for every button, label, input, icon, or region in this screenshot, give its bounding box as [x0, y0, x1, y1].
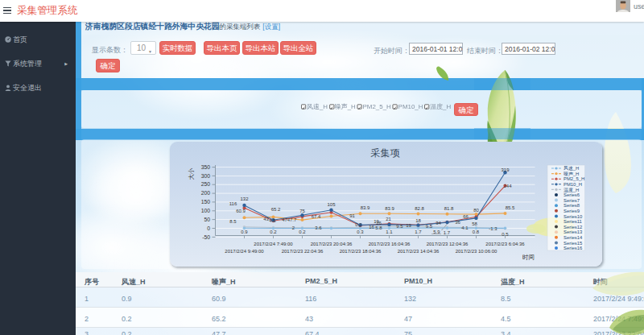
svg-text:81.8: 81.8 [444, 205, 453, 210]
svg-text:67.4: 67.4 [311, 213, 320, 218]
svg-text:2017/2/23 18:04:36: 2017/2/23 18:04:36 [339, 248, 381, 253]
svg-text:0.2: 0.2 [299, 230, 306, 234]
svg-text:噪声_H: 噪声_H [564, 171, 579, 176]
svg-text:244: 244 [503, 184, 512, 188]
svg-text:Series13: Series13 [564, 230, 583, 234]
svg-text:85.5: 85.5 [505, 205, 514, 209]
svg-text:132: 132 [240, 196, 249, 201]
svg-text:19: 19 [406, 223, 411, 228]
svg-text:2017/2/24 7:49:00: 2017/2/24 7:49:00 [254, 241, 293, 246]
svg-text:80: 80 [473, 207, 479, 212]
svg-text:36: 36 [455, 219, 460, 224]
svg-text:2017/2/23 14:04:36: 2017/2/23 14:04:36 [397, 248, 439, 253]
svg-text:83.9: 83.9 [385, 205, 394, 210]
svg-text:2017/2/23 10:06:00: 2017/2/23 10:06:00 [455, 248, 497, 253]
svg-text:风速_H: 风速_H [564, 166, 579, 171]
svg-text:0.9: 0.9 [241, 229, 248, 234]
svg-text:5.8: 5.8 [375, 225, 382, 230]
svg-text:9.5: 9.5 [425, 224, 432, 229]
svg-text:-1.3: -1.3 [489, 225, 497, 230]
svg-text:83.9: 83.9 [360, 205, 369, 210]
svg-text:0.8: 0.8 [472, 230, 479, 234]
svg-text:时间: 时间 [522, 253, 535, 260]
svg-text:66: 66 [463, 213, 469, 218]
svg-text:Series9: Series9 [564, 209, 580, 213]
svg-text:Series10: Series10 [564, 213, 583, 218]
svg-text:2017/2/23 12:04:36: 2017/2/23 12:04:36 [426, 241, 468, 246]
svg-text:0: 0 [207, 225, 210, 230]
svg-text:34: 34 [436, 220, 441, 225]
svg-text:2017/2/23 16:04:36: 2017/2/23 16:04:36 [368, 241, 410, 246]
svg-text:-50: -50 [202, 234, 210, 239]
svg-text:250: 250 [200, 181, 210, 187]
svg-text:47.7: 47.7 [287, 217, 296, 222]
svg-text:26: 26 [376, 220, 382, 225]
svg-text:18: 18 [415, 218, 421, 223]
svg-text:0.3: 0.3 [357, 230, 364, 234]
svg-text:16: 16 [369, 225, 374, 230]
svg-text:200: 200 [200, 190, 210, 196]
svg-text:21: 21 [386, 217, 391, 221]
svg-text:150: 150 [200, 199, 210, 205]
svg-text:1.7: 1.7 [415, 230, 422, 234]
svg-text:Series16: Series16 [564, 246, 583, 250]
svg-text:Series14: Series14 [564, 235, 583, 240]
svg-text:60.9: 60.9 [236, 208, 246, 213]
svg-text:0.2: 0.2 [355, 222, 362, 227]
svg-text:2017/2/23 22:04:36: 2017/2/23 22:04:36 [281, 248, 323, 253]
svg-text:58: 58 [472, 221, 477, 225]
svg-text:8.5: 8.5 [229, 219, 237, 224]
svg-text:116: 116 [229, 201, 237, 206]
svg-text:50: 50 [204, 216, 210, 221]
svg-text:91: 91 [349, 213, 355, 217]
svg-text:2017/2/23 20:04:36: 2017/2/23 20:04:36 [310, 241, 352, 246]
svg-text:82.8: 82.8 [415, 205, 424, 210]
svg-text:4.1: 4.1 [461, 225, 469, 230]
svg-text:350: 350 [200, 163, 210, 169]
svg-text:1.7: 1.7 [443, 230, 450, 235]
svg-text:PM10_H: PM10_H [564, 182, 582, 187]
svg-text:9.5: 9.5 [396, 224, 403, 229]
svg-text:Series12: Series12 [564, 224, 582, 229]
svg-text:Series15: Series15 [564, 240, 583, 245]
svg-text:100: 100 [200, 208, 210, 213]
svg-text:300: 300 [200, 172, 210, 178]
svg-text:PM2_5_H: PM2_5_H [564, 176, 584, 181]
svg-text:Series6: Series6 [564, 192, 580, 197]
svg-text:0.5: 0.5 [502, 231, 509, 236]
svg-text:319: 319 [501, 168, 510, 172]
svg-text:75: 75 [299, 209, 305, 213]
svg-text:Series8: Series8 [564, 203, 580, 208]
svg-text:大小: 大小 [188, 168, 195, 180]
svg-text:4.5: 4.5 [269, 217, 276, 222]
svg-text:3.6: 3.6 [315, 225, 322, 230]
svg-text:5.9: 5.9 [433, 230, 440, 234]
svg-text:Series11: Series11 [564, 219, 582, 224]
svg-text:1.1: 1.1 [386, 230, 393, 234]
svg-text:0.2: 0.2 [270, 229, 277, 234]
svg-text:Series7: Series7 [564, 197, 580, 202]
svg-text:105: 105 [327, 202, 336, 207]
svg-text:2017/2/24 9:49:00: 2017/2/24 9:49:00 [225, 248, 264, 253]
svg-text:2017/2/23 6:04:36: 2017/2/23 6:04:36 [485, 241, 525, 246]
svg-text:采集项: 采集项 [370, 147, 399, 158]
svg-text:65.2: 65.2 [270, 207, 280, 212]
